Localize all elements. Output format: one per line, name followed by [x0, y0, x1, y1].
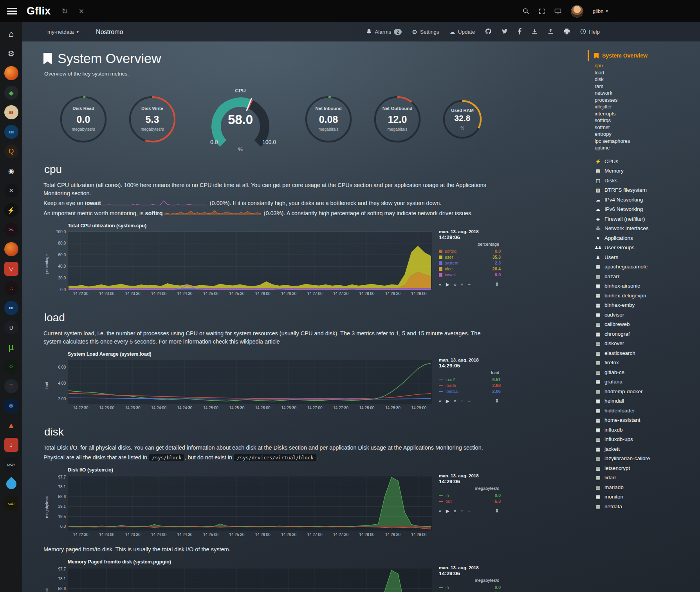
iowait-sparkline[interactable]: [102, 200, 207, 208]
menu-item-system-overview[interactable]: System Overview: [594, 52, 697, 59]
diamond-app-icon[interactable]: ◆: [4, 86, 18, 100]
green-ring-app-icon[interactable]: ○: [4, 360, 18, 374]
menu-item-binhex-emby[interactable]: ▦binhex-emby: [594, 300, 697, 310]
hamburger-menu-icon[interactable]: [7, 6, 17, 16]
menu-item-chronograf[interactable]: ▦chronograf: [594, 329, 697, 339]
u-ring-app-icon[interactable]: ∪: [4, 320, 18, 335]
fullscreen-icon[interactable]: [539, 8, 545, 14]
fox-app-icon[interactable]: ▲: [4, 418, 18, 432]
submenu-item-interrupts[interactable]: interrupts: [595, 110, 697, 117]
plot-area[interactable]: 100.080.060.040.020.00.014:22:3014:23:00…: [50, 229, 434, 297]
legend-out[interactable]: out-5.2: [439, 590, 501, 592]
legend-iowait[interactable]: iowait0.0: [439, 272, 501, 278]
menu-item-hiddenloader[interactable]: ▦hiddenloader: [594, 406, 697, 416]
down-arrow-app-icon[interactable]: ↓: [4, 438, 18, 452]
resize-handle-icon[interactable]: ⇕: [495, 398, 499, 404]
nav-facebook[interactable]: [518, 28, 521, 36]
shield-app-icon[interactable]: ▽: [4, 262, 18, 276]
menu-item-gitlab-ce[interactable]: ▦gitlab-ce: [594, 368, 697, 378]
zoom-out-icon[interactable]: −: [468, 398, 471, 404]
pan-left-icon[interactable]: «: [439, 398, 442, 404]
submenu-item-network[interactable]: network: [595, 90, 697, 97]
submenu-item-cpu[interactable]: cpu: [595, 62, 697, 69]
zoom-in-icon[interactable]: +: [461, 398, 464, 404]
circles-app-icon[interactable]: ∞: [4, 301, 18, 315]
cross-app-icon[interactable]: ×: [4, 184, 18, 198]
gauge-net-outbound[interactable]: Net Outbound 12.0 megabits/s: [373, 95, 422, 144]
pan-left-icon[interactable]: «: [439, 508, 442, 514]
pan-right-icon[interactable]: »: [454, 398, 456, 404]
host-dropdown[interactable]: my-netdata▾: [47, 29, 79, 35]
magnifier-app-icon[interactable]: Q: [4, 144, 18, 158]
equalizer-app-icon[interactable]: ▮▮▮: [4, 125, 18, 139]
legend-in[interactable]: in0.0: [439, 493, 501, 498]
gauge-disk-write[interactable]: Disk Write 5.3 megabytes/s: [128, 95, 177, 144]
submenu-item-softirqs[interactable]: softirqs: [595, 117, 697, 124]
menu-item-hddtemp-docker[interactable]: ▦hddtemp-docker: [594, 387, 697, 397]
gauge-disk-read[interactable]: Disk Read 0.0 megabytes/s: [59, 95, 108, 144]
search-icon[interactable]: [523, 8, 529, 14]
refresh-icon[interactable]: ↻: [62, 7, 68, 16]
menu-item-firefox[interactable]: ▦firefox: [594, 358, 697, 368]
menu-item-calibreweb[interactable]: ▦calibreweb: [594, 320, 697, 329]
menu-item-mariadb[interactable]: ▦mariadb: [594, 483, 697, 493]
plot-area[interactable]: 6.004.002.0014:22:3014:23:0014:23:3014:2…: [50, 358, 434, 412]
zoom-in-icon[interactable]: +: [461, 282, 464, 287]
menu-item-lidarr[interactable]: ▦lidarr: [594, 473, 697, 483]
menu-item-network-interfaces[interactable]: ⁂Network Interfaces: [594, 224, 697, 234]
menu-item-cadvisor[interactable]: ▦cadvisor: [594, 310, 697, 320]
zoom-in-icon[interactable]: +: [461, 508, 464, 514]
nav-alarms[interactable]: Alarms2: [366, 29, 402, 36]
submenu-item-entropy[interactable]: entropy: [595, 131, 697, 138]
softirq-sparkline[interactable]: [164, 209, 261, 218]
nav-upload[interactable]: [548, 29, 554, 36]
close-icon[interactable]: ×: [79, 6, 84, 16]
menu-item-binhex-airsonic[interactable]: ▦binhex-airsonic: [594, 281, 697, 291]
lazy-app-icon[interactable]: LAZY: [4, 457, 18, 471]
submenu-item-processes[interactable]: processes: [595, 97, 697, 104]
swirl-app-icon[interactable]: [4, 66, 18, 80]
menu-item-bazarr[interactable]: ▦bazarr: [594, 272, 697, 282]
snowflake-app-icon[interactable]: ❄: [4, 399, 18, 413]
legend-load1[interactable]: load16.51: [439, 377, 501, 383]
mu-app-icon[interactable]: µ: [4, 340, 18, 354]
nav-print[interactable]: [564, 29, 570, 36]
gauge-used-ram[interactable]: Used RAM 32.8 %: [442, 99, 483, 140]
menu-item-ipv4-networking[interactable]: ☁IPv4 Networking: [594, 195, 697, 205]
menu-item-grafana[interactable]: ▦grafana: [594, 377, 697, 387]
menu-item-heimdall[interactable]: ▦heimdall: [594, 396, 697, 406]
nav-settings[interactable]: ⚙Settings: [412, 29, 439, 35]
submenu-item-disk[interactable]: disk: [595, 76, 697, 83]
legend-out[interactable]: out-5.3: [439, 498, 501, 504]
menu-item-ipv6-networking[interactable]: ☁IPv6 Networking: [594, 205, 697, 214]
scissors-app-icon[interactable]: ✂: [4, 223, 18, 237]
resize-handle-icon[interactable]: ⇕: [495, 281, 499, 287]
menu-item-applications[interactable]: ♥Applications: [594, 234, 697, 243]
monitor-icon[interactable]: [554, 8, 561, 14]
nav-help[interactable]: ?Help: [580, 29, 600, 36]
dots-app-icon[interactable]: ∴: [4, 281, 18, 295]
record-app-icon[interactable]: ◉: [4, 164, 18, 178]
legend-in[interactable]: in0.0: [439, 585, 501, 590]
nav-twitter[interactable]: [502, 29, 508, 35]
menu-item-letsencrypt[interactable]: ▦letsencrypt: [594, 464, 697, 473]
stripes-app-icon[interactable]: ≡: [4, 379, 18, 393]
nav-download[interactable]: [532, 29, 538, 36]
play-icon[interactable]: ▶: [446, 398, 449, 404]
menu-item-home-assistant[interactable]: ▦home-assistant: [594, 416, 697, 425]
legend-load15[interactable]: load152.06: [439, 389, 501, 394]
gauge-cpu[interactable]: CPU 58.0 0.0 100.0 %: [199, 88, 281, 151]
menu-item-memory[interactable]: ▤Memory: [594, 166, 697, 176]
menu-item-influxdb-ups[interactable]: ▦influxdb-ups: [594, 435, 697, 444]
droplet-app-icon[interactable]: [4, 477, 18, 491]
pan-right-icon[interactable]: »: [454, 508, 456, 514]
bolt-app-icon[interactable]: ⚡: [4, 203, 18, 217]
plot-area[interactable]: 97.778.158.639.119.50.014:22:3014:23:001…: [50, 473, 434, 538]
submenu-item-softnet[interactable]: softnet: [595, 124, 697, 131]
menu-item-netdata[interactable]: ▦netdata: [594, 502, 697, 512]
user-menu[interactable]: gilbn▾: [593, 8, 608, 14]
menu-item-disks[interactable]: ◫Disks: [594, 176, 697, 186]
submenu-item-ipc-semaphores[interactable]: ipc semaphores: [595, 138, 697, 145]
pan-right-icon[interactable]: »: [454, 282, 456, 287]
sab-app-icon[interactable]: sab: [4, 497, 18, 511]
